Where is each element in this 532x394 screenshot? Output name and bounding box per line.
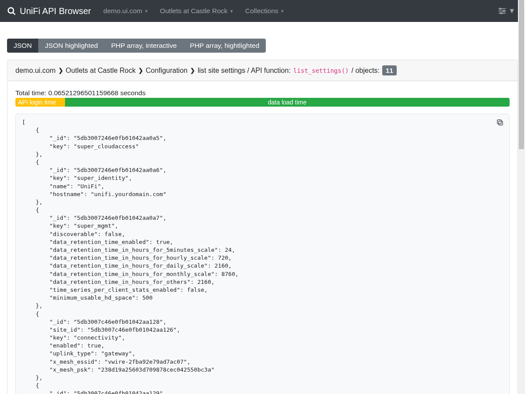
svg-rect-8 — [499, 121, 503, 125]
nav-controller-dropdown[interactable]: demo.ui.com ▼ — [99, 4, 153, 18]
nav-settings-dropdown[interactable]: ▼ — [495, 4, 518, 18]
page-scrollbar[interactable] — [518, 0, 525, 394]
breadcrumb-objects-label: / objects: — [351, 67, 380, 75]
copy-icon[interactable] — [496, 118, 504, 126]
nav-collections-dropdown[interactable]: Collections ▼ — [241, 4, 289, 18]
tab-json-highlighted[interactable]: JSON highlighted — [38, 39, 105, 53]
caret-down-icon: ▼ — [229, 9, 234, 14]
chevron-right-icon: ❯ — [58, 67, 63, 74]
breadcrumb-function-label: list site settings / API function: — [198, 67, 291, 75]
chevron-right-icon: ❯ — [190, 67, 195, 74]
tab-php-highlighted[interactable]: PHP array, hightlighted — [183, 39, 266, 53]
timing-progress: API login time data load time — [15, 98, 510, 107]
svg-point-7 — [501, 12, 502, 14]
output-format-tabs: JSON JSON highlighted PHP array, interac… — [7, 39, 266, 53]
breadcrumb-controller: demo.ui.com — [15, 67, 56, 75]
breadcrumb-site: Outlets at Castle Rock — [66, 67, 136, 75]
timing-total: Total time: 0.06521296501159668 seconds — [15, 89, 510, 97]
caret-down-icon: ▼ — [280, 9, 285, 14]
brand[interactable]: UniFi API Browser — [7, 6, 91, 16]
search-icon — [7, 7, 16, 16]
nav-links: demo.ui.com ▼ Outlets at Castle Rock ▼ C… — [99, 4, 495, 18]
navbar: UniFi API Browser demo.ui.com ▼ Outlets … — [0, 0, 525, 22]
svg-rect-9 — [497, 120, 501, 124]
nav-controller-label: demo.ui.com — [103, 7, 142, 15]
brand-title: UniFi API Browser — [20, 6, 91, 16]
chevron-right-icon: ❯ — [138, 67, 143, 74]
timing-total-value: 0.06521296501159668 — [48, 89, 118, 97]
breadcrumb-collection: Configuration — [146, 67, 188, 75]
tab-json[interactable]: JSON — [7, 39, 38, 53]
json-output[interactable]: [ { "_id": "5db3007246e0fb01042aa0a5", "… — [22, 118, 503, 394]
progress-data-load: data load time — [65, 98, 510, 107]
tab-php-interactive[interactable]: PHP array, interactive — [105, 39, 183, 53]
caret-down-icon: ▼ — [508, 7, 515, 15]
json-panel: [ { "_id": "5db3007246e0fb01042aa0a5", "… — [15, 114, 510, 394]
sliders-icon — [498, 7, 507, 15]
svg-line-1 — [13, 12, 15, 14]
nav-site-label: Outlets at Castle Rock — [160, 7, 228, 15]
progress-api-login: API login time — [15, 98, 65, 107]
timing-total-label: Total time: — [15, 89, 47, 97]
result-card: demo.ui.com ❯ Outlets at Castle Rock ❯ C… — [7, 60, 518, 394]
breadcrumb-api-function: list_settings() — [293, 67, 349, 74]
svg-point-6 — [503, 10, 505, 11]
breadcrumb: demo.ui.com ❯ Outlets at Castle Rock ❯ C… — [15, 65, 510, 75]
object-count-badge: 11 — [382, 65, 397, 75]
caret-down-icon: ▼ — [144, 9, 148, 14]
svg-point-5 — [499, 8, 501, 9]
svg-point-0 — [8, 7, 14, 13]
timing-total-suffix: seconds — [120, 89, 146, 97]
nav-collections-label: Collections — [245, 7, 279, 15]
page-scrollbar-thumb[interactable] — [519, 0, 524, 149]
nav-site-dropdown[interactable]: Outlets at Castle Rock ▼ — [156, 4, 238, 18]
card-body: Total time: 0.06521296501159668 seconds … — [7, 81, 518, 394]
card-header: demo.ui.com ❯ Outlets at Castle Rock ❯ C… — [7, 60, 518, 81]
